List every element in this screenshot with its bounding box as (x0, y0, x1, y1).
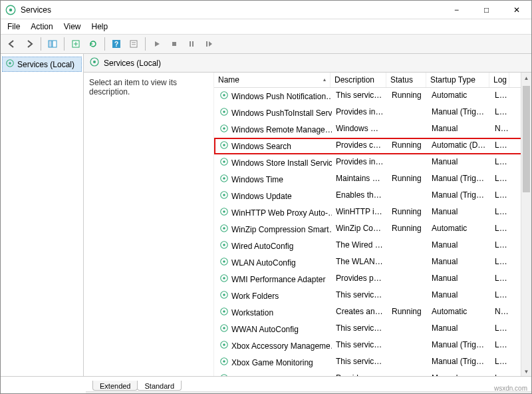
restart-service-button[interactable] (201, 37, 216, 51)
service-logon-cell: Net (491, 305, 511, 319)
col-startup[interactable]: Startup Type (426, 73, 489, 87)
service-row[interactable]: Windows Push Notification…This service …… (214, 88, 531, 104)
service-status-cell: Running (388, 222, 428, 236)
tree-services-local[interactable]: Services (Local) (2, 57, 82, 72)
service-name-cell: Windows Search (215, 139, 332, 153)
service-status-cell (388, 355, 428, 369)
menu-file[interactable]: File (7, 22, 20, 31)
svg-point-47 (223, 327, 225, 329)
service-row[interactable]: WWAN AutoConfigThis service …ManualLoc (214, 321, 531, 337)
service-startup-cell: Manual (428, 156, 491, 170)
service-row[interactable]: Windows UpdateEnables the …Manual (Trig…… (214, 188, 531, 204)
service-list[interactable]: Name▴ Description Status Startup Type Lo… (213, 73, 531, 377)
svg-point-43 (223, 294, 225, 296)
gear-icon (219, 257, 229, 268)
svg-point-19 (223, 94, 225, 97)
help-button[interactable]: ? (109, 37, 124, 51)
export-list-button[interactable] (68, 37, 83, 51)
main-split: Services (Local) Services (Local) Select… (1, 54, 531, 377)
menu-view[interactable]: View (64, 22, 81, 31)
menu-help[interactable]: Help (92, 22, 108, 31)
column-headers: Name▴ Description Status Startup Type Lo… (214, 73, 531, 88)
service-startup-cell: Automatic (428, 305, 491, 319)
scroll-thumb[interactable] (523, 86, 530, 192)
properties-button[interactable] (126, 37, 141, 51)
back-button[interactable] (5, 37, 19, 51)
svg-rect-3 (53, 41, 57, 47)
gear-icon (219, 207, 229, 218)
vertical-scrollbar[interactable]: ▲ ▼ (521, 73, 531, 377)
service-desc-cell: Enables the … (332, 189, 388, 203)
service-row[interactable]: Windows PushToInstall Serv…Provides inf…… (214, 104, 531, 121)
service-name-cell: Windows PushToInstall Serv… (215, 106, 332, 120)
service-name-cell: WinZip Compression Smart… (215, 222, 332, 236)
service-name-cell: Xbox Accessory Manageme… (215, 339, 332, 353)
gear-icon (219, 290, 229, 301)
svg-point-21 (223, 110, 225, 113)
forward-button[interactable] (22, 37, 37, 51)
refresh-button[interactable] (86, 37, 100, 51)
service-row[interactable]: WLAN AutoConfigThe WLANS…ManualLoc (214, 254, 531, 271)
service-startup-cell: Manual (428, 239, 491, 253)
col-logon[interactable]: Log (489, 73, 509, 87)
svg-rect-11 (190, 41, 191, 47)
service-startup-cell: Manual (428, 256, 491, 270)
service-status-cell (388, 322, 428, 336)
service-name-cell: Work Folders (215, 289, 332, 303)
service-row[interactable]: Xbox Accessory Manageme…This service …Ma… (214, 337, 531, 354)
service-name-cell: Workstation (215, 305, 332, 319)
minimize-button[interactable]: − (442, 1, 471, 19)
service-desc-cell: This service … (332, 289, 388, 303)
service-row[interactable]: Windows Store Install ServiceProvides in… (214, 154, 531, 171)
svg-rect-10 (172, 42, 176, 46)
start-service-button[interactable] (150, 37, 164, 51)
svg-point-51 (223, 360, 225, 363)
pause-service-button[interactable] (184, 37, 199, 51)
service-logon-cell: Loc (491, 156, 511, 170)
service-startup-cell: Manual (428, 122, 491, 136)
col-name[interactable]: Name▴ (214, 73, 331, 87)
svg-point-31 (223, 194, 225, 196)
gear-icon (219, 323, 229, 335)
service-row[interactable]: Windows Remote Manage…Windows R…ManualNe… (214, 121, 531, 138)
menu-action[interactable]: Action (31, 22, 53, 31)
service-startup-cell: Manual (Trig… (428, 339, 491, 353)
maximize-button[interactable]: □ (471, 1, 501, 19)
service-status-cell: Running (388, 139, 428, 153)
sort-asc-icon: ▴ (323, 77, 326, 83)
service-logon-cell: Loc (491, 206, 511, 220)
service-row[interactable]: WMI Performance AdapterProvides pe…Manua… (214, 271, 531, 288)
service-row[interactable]: Windows TimeMaintains d…RunningManual (T… (214, 171, 531, 188)
gear-icon (219, 357, 229, 368)
stop-service-button[interactable] (167, 37, 182, 51)
service-row[interactable]: WinHTTP Web Proxy Auto-…WinHTTP i…Runnin… (214, 204, 531, 221)
horizontal-scrollbar[interactable] (86, 391, 532, 394)
service-row[interactable]: Xbox Game MonitoringThis service …Manual… (214, 354, 531, 371)
service-status-cell: Running (388, 305, 428, 319)
service-row[interactable]: WorkstationCreates and…RunningAutomaticN… (214, 304, 531, 321)
service-logon-cell: Loc (491, 106, 511, 120)
col-status[interactable]: Status (386, 73, 426, 87)
scroll-up-icon[interactable]: ▲ (521, 73, 531, 83)
service-desc-cell: Windows R… (332, 122, 388, 136)
show-hide-tree-button[interactable] (45, 37, 60, 51)
service-logon-cell: Loc (491, 289, 511, 303)
col-description[interactable]: Description (331, 73, 386, 87)
app-gear-icon (5, 4, 17, 16)
close-button[interactable]: ✕ (501, 1, 531, 19)
tab-extended[interactable]: Extended (92, 381, 138, 391)
service-name-cell: WWAN AutoConfig (215, 322, 332, 336)
service-row[interactable]: WinZip Compression Smart…WinZip Co…Runni… (214, 221, 531, 238)
service-desc-cell: The WLANS… (332, 256, 388, 270)
gear-icon (219, 140, 229, 152)
svg-rect-12 (192, 41, 194, 47)
service-row[interactable]: Windows SearchProvides co…RunningAutomat… (214, 138, 531, 154)
scroll-down-icon[interactable]: ▼ (521, 366, 531, 377)
service-desc-cell: WinZip Co… (332, 222, 388, 236)
service-startup-cell: Manual (Trig… (428, 189, 491, 203)
service-startup-cell: Manual (428, 289, 491, 303)
service-row[interactable]: Work FoldersThis service …ManualLoc (214, 288, 531, 304)
tab-standard[interactable]: Standard (137, 381, 182, 391)
service-name-cell: Windows Store Install Service (215, 156, 332, 170)
service-row[interactable]: Wired AutoConfigThe Wired …ManualLoc (214, 238, 531, 254)
